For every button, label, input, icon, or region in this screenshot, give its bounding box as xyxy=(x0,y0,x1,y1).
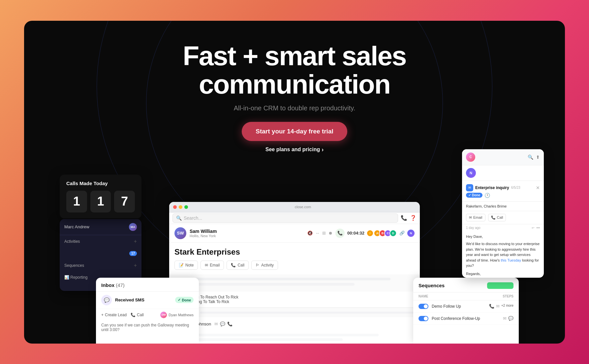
seq-toggle-1[interactable] xyxy=(418,304,428,309)
calls-card-title: Calls Made Today xyxy=(66,181,135,186)
search-bar[interactable]: 🔍 Search... xyxy=(172,213,398,223)
plus-icon: + xyxy=(134,238,137,244)
tuesday-link[interactable]: this Tuesday xyxy=(501,258,521,262)
avatar-4: D xyxy=(389,230,397,237)
screenshots-area: Calls Made Today 1 1 7 Marc Andrew MA Ac… xyxy=(24,172,565,344)
email-icon-small: ✉ xyxy=(469,215,472,220)
email-seq-icon: ✉ xyxy=(496,304,500,309)
contact-name: Sam William xyxy=(190,229,304,234)
inquiry-title: Enterprise inquiry xyxy=(475,185,509,190)
sidebar-item-sequences[interactable]: Sequences + xyxy=(60,259,141,272)
contact-header: SW Sam William Hollis, New York 🔇 ↔ ⊞ ⏺ … xyxy=(169,224,420,243)
seq-name-1: Demo Follow Up xyxy=(432,304,486,309)
inbox-message-text: Received SMS xyxy=(115,297,172,302)
help-icon[interactable]: ❓ xyxy=(410,215,417,221)
contact-icons: ✉ 💬 📞 xyxy=(214,322,232,326)
sequences-title: Sequences xyxy=(418,283,484,288)
plans-link[interactable]: See plans and pricing › xyxy=(183,146,406,153)
call-timer: 00:04:32 xyxy=(347,231,364,236)
main-card: Fast + smart sales communication All-in-… xyxy=(24,21,565,344)
activity-item-1: 📞 Trying To Reach Out To Rick Starting T… xyxy=(169,292,420,308)
calls-digit-3: 7 xyxy=(114,191,135,212)
assignee-name: Dyan Matthews xyxy=(169,313,194,317)
contacts-skeleton xyxy=(200,312,415,314)
crm-body: 🔍 Search... 📞 ❓ SW Sam William Hollis, N… xyxy=(169,212,420,344)
sequence-row-2[interactable]: Post Conference Follow-Up ✉ 💬 xyxy=(413,313,519,325)
company-section: Stark Enterprises 📝 Note ✉ Email xyxy=(169,243,420,274)
seq-icons-1: 📞 ✉ +2 more xyxy=(489,304,513,309)
more-icon[interactable]: ••• xyxy=(536,226,540,230)
chat-mini-icon[interactable]: 💬 xyxy=(220,322,225,326)
sms-icon: 💬 xyxy=(101,295,112,305)
phone-icon[interactable]: 📞 xyxy=(401,215,407,221)
search-icon: 🔍 xyxy=(176,215,182,221)
skeleton-line-2 xyxy=(174,283,355,286)
email-body: Hey Dave, We'd like to discuss moving to… xyxy=(462,231,544,278)
email-mini-icon[interactable]: ✉ xyxy=(214,322,218,326)
transfer-icon[interactable]: ↔ xyxy=(315,231,320,236)
call-reply-btn[interactable]: 📞 Call xyxy=(488,214,506,221)
email-button[interactable]: ✉ Email xyxy=(201,261,224,270)
contacts-row: CONTACTS 1 xyxy=(169,308,420,317)
email-reply-btn[interactable]: ✉ Email xyxy=(466,214,485,221)
note-button[interactable]: 📝 Note xyxy=(174,261,198,270)
calls-digit-1: 1 xyxy=(66,191,87,212)
cta-button[interactable]: Start your 14-day free trial xyxy=(242,122,347,141)
lightning-icon: ⚡ xyxy=(367,230,373,236)
inquiry-close-icon[interactable]: ✕ xyxy=(536,185,540,190)
phone-mini-icon[interactable]: 📞 xyxy=(227,322,232,326)
contact-location: Hollis, New York xyxy=(190,234,304,238)
active-call-icon[interactable]: 📞 xyxy=(335,229,345,238)
sidebar-mini-header: Marc Andrew MA xyxy=(60,219,141,235)
inbox-card: Inbox (47) 💬 Received SMS ✓ Done + Creat… xyxy=(96,278,199,344)
call-controls: 🔇 ↔ ⊞ ⏺ 📞 00:04:32 ⚡ A B C D xyxy=(307,229,415,238)
seq-name-2: Post Conference Follow-Up xyxy=(432,316,500,321)
minimize-dot[interactable] xyxy=(179,205,182,209)
email-seq-icon-2: ✉ xyxy=(503,316,507,321)
sidebar-item-badge[interactable]: 17 xyxy=(60,248,141,259)
activity-button[interactable]: 🏳 Activity xyxy=(251,261,278,270)
sequences-add-btn[interactable] xyxy=(487,282,513,289)
note-icon: 📝 xyxy=(179,263,184,267)
crm-user-avatar: N xyxy=(407,230,415,237)
email-inquiry: ✉ Enterprise inquiry 6/5/23 ✕ ✓ Done 🕐 xyxy=(462,181,544,202)
mute-icon[interactable]: 🔇 xyxy=(307,231,313,236)
badge-17: 17 xyxy=(129,251,137,256)
maximize-dot[interactable] xyxy=(184,205,188,209)
email-inquiry-row: ✉ Enterprise inquiry 6/5/23 ✕ xyxy=(466,184,540,191)
call-icon-action: 📞 xyxy=(231,263,236,267)
reply-icon[interactable]: ↩ xyxy=(532,226,534,230)
search-panel-icon[interactable]: 🔍 xyxy=(528,154,533,160)
sidebar-item-activities[interactable]: Activities + xyxy=(60,235,141,248)
company-name: Stark Enterprises xyxy=(174,247,415,257)
email-panel-icons: 🔍 ⬆ xyxy=(528,154,540,160)
search-placeholder: Search... xyxy=(184,215,202,221)
done-row: ✓ Done 🕐 xyxy=(466,193,540,198)
contact-row-item[interactable]: EJ Eric Johnson ✉ 💬 📞 xyxy=(169,317,420,331)
record-icon[interactable]: ⏺ xyxy=(328,231,333,236)
close-dot[interactable] xyxy=(173,205,177,209)
hero-section: Fast + smart sales communication All-in-… xyxy=(183,21,406,153)
inbox-header: Inbox (47) xyxy=(96,278,199,292)
seq-toggle-2[interactable] xyxy=(418,316,428,321)
seq-icons-2: ✉ 💬 xyxy=(503,316,513,321)
calls-numbers: 1 1 7 xyxy=(66,191,135,212)
hero-title: Fast + smart sales communication xyxy=(183,42,406,98)
link-icon[interactable]: 🔗 xyxy=(399,231,405,236)
sidebar-avatar: MA xyxy=(129,223,137,231)
action-buttons: 📝 Note ✉ Email 📞 Call xyxy=(174,261,415,270)
avatar-stack: A B C D xyxy=(376,230,397,237)
sequences-table-header: NAME STEPS xyxy=(413,293,519,300)
calls-today-card: Calls Made Today 1 1 7 xyxy=(60,175,141,218)
call-action-button[interactable]: 📞 Call xyxy=(227,261,249,270)
phone-seq-icon: 📞 xyxy=(489,304,494,309)
sequence-row-1[interactable]: Demo Follow Up 📞 ✉ +2 more xyxy=(413,300,519,313)
skeleton-line-1 xyxy=(174,278,390,280)
done-badge-blue[interactable]: ✓ Done xyxy=(466,193,482,198)
create-lead-button[interactable]: + Create Lead xyxy=(101,313,127,317)
inbox-sms-item[interactable]: 💬 Received SMS ✓ Done xyxy=(96,292,199,309)
call-button[interactable]: 📞 Call xyxy=(131,313,144,317)
upload-panel-icon[interactable]: ⬆ xyxy=(536,154,540,160)
chat-seq-icon: 💬 xyxy=(508,316,513,321)
grid-icon[interactable]: ⊞ xyxy=(322,231,326,236)
